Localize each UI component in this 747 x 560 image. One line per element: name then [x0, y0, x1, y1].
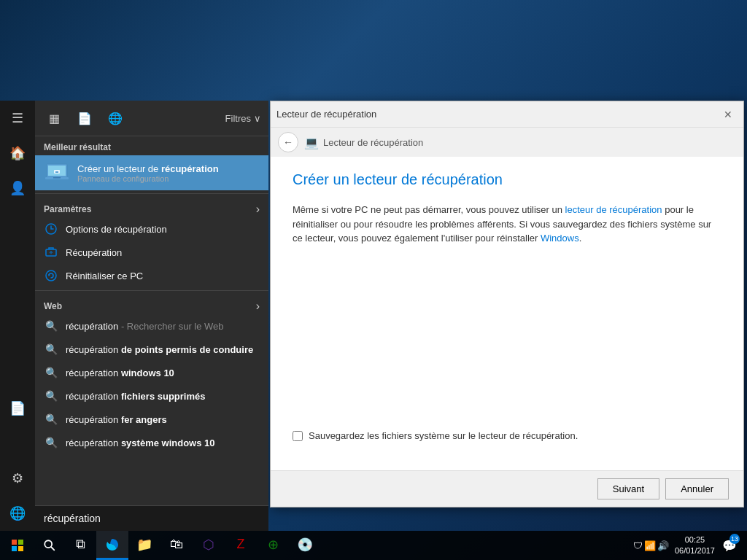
left-sidebar: ☰ 🏠 👤 📄 ⚙ 🌐 — [0, 101, 35, 531]
web-item-6-title: récupération système windows 10 — [66, 438, 260, 448]
parametres-section-header: Paramètres › — [35, 197, 268, 217]
dialog-footer: Suivant Annuler — [271, 470, 743, 507]
svg-point-8 — [46, 271, 56, 281]
web-item-2[interactable]: 🔍 récupération de points permis de condu… — [35, 338, 268, 361]
web-item-2-bold: de points permis de conduire — [121, 344, 253, 355]
taskbar-items: ⧉ 📁 🛍 ⬡ Z ⊕ 💿 — [64, 531, 633, 560]
reinitialiser-title: Réinitialiser ce PC — [66, 271, 260, 281]
search-input-bar — [35, 505, 268, 531]
recuperation-text: Récupération — [66, 247, 260, 258]
sidebar-home-icon[interactable]: 🏠 — [0, 136, 35, 171]
network-icon: 📶 — [644, 540, 656, 551]
checkbox-row: Sauvegardez les fichiers système sur le … — [293, 430, 721, 441]
web-item-5[interactable]: 🔍 récupération fer angers — [35, 408, 268, 431]
divider-1 — [35, 193, 268, 194]
svg-rect-12 — [18, 546, 23, 551]
search-panel: ▦ 📄 🌐 Filtres ∨ Meilleur résultat — [35, 101, 268, 531]
dialog-titlebar: Lecteur de récupération ✕ — [271, 101, 743, 128]
tray-icons: 🛡 📶 🔊 — [633, 540, 669, 551]
dialog-description: Même si votre PC ne peut pas démarrer, v… — [293, 203, 721, 246]
search-results: Meilleur résultat — [35, 136, 268, 505]
web-item-1[interactable]: 🔍 récupération - Rechercher sur le Web — [35, 314, 268, 338]
panel-doc-icon[interactable]: 📄 — [73, 106, 96, 130]
dialog-nav: ← 💻 Lecteur de récupération — [271, 128, 743, 157]
taskbar-xbox-icon[interactable]: ⊕ — [257, 531, 289, 560]
start-button[interactable] — [0, 531, 35, 560]
dialog-back-button[interactable]: ← — [278, 132, 298, 152]
search-panel-top: ▦ 📄 🌐 Filtres ∨ — [35, 101, 268, 136]
breadcrumb-text: Lecteur de récupération — [323, 137, 423, 148]
sidebar-doc-icon[interactable]: 📄 — [0, 391, 35, 426]
web-item-3-title: récupération windows 10 — [66, 368, 260, 378]
recuperation-title: Récupération — [66, 247, 260, 258]
web-item-5-title: récupération fer angers — [66, 414, 260, 425]
parametres-label: Paramètres — [44, 204, 91, 214]
best-result-label: Meilleur résultat — [35, 136, 268, 155]
web-item-3[interactable]: 🔍 récupération windows 10 — [35, 361, 268, 384]
options-recuperation-text: Options de récupération — [66, 224, 260, 235]
taskbar-vs-icon[interactable]: ⬡ — [193, 531, 225, 560]
web-label: Web — [44, 301, 62, 311]
save-system-files-checkbox[interactable] — [293, 431, 303, 441]
reinitialiser-item[interactable]: Réinitialiser ce PC — [35, 264, 268, 287]
options-recuperation-item[interactable]: Options de récupération — [35, 217, 268, 241]
web-search-icon-1: 🔍 — [44, 319, 58, 333]
dialog-content: Créer un lecteur de récupération Même si… — [271, 157, 743, 470]
annuler-button[interactable]: Annuler — [665, 478, 729, 499]
recuperation-icon — [44, 245, 58, 260]
parametres-arrow-icon: › — [256, 203, 260, 216]
dialog-title-text: Lecteur de récupération — [276, 109, 376, 120]
web-search-icon-5: 🔍 — [44, 412, 58, 427]
taskbar-store-icon[interactable]: 🛍 — [160, 531, 193, 560]
taskbar-other-icon[interactable]: 💿 — [289, 531, 321, 560]
panel-grid-icon[interactable]: ▦ — [42, 106, 66, 130]
web-item-6-text: récupération système windows 10 — [66, 438, 260, 448]
desktop: ☰ 🏠 👤 📄 ⚙ 🌐 ▦ 📄 🌐 Filtres ∨ Meilleur rés… — [0, 0, 747, 560]
web-item-4-text: récupération fichiers supprimés — [66, 391, 260, 402]
notification-center-button[interactable]: 💬 13 — [718, 531, 741, 560]
svg-rect-3 — [53, 177, 61, 179]
dialog-close-button[interactable]: ✕ — [719, 105, 738, 124]
taskbar-right: 🛡 📶 🔊 00:25 06/01/2017 💬 13 — [633, 531, 747, 560]
panel-globe-icon[interactable]: 🌐 — [104, 106, 127, 130]
taskbar-taskview-icon[interactable]: ⧉ — [64, 531, 96, 560]
filtres-button[interactable]: Filtres ∨ — [225, 113, 261, 124]
web-search-icon-4: 🔍 — [44, 389, 58, 403]
taskbar-explorer-icon[interactable]: 📁 — [128, 531, 160, 560]
web-search-icon-2: 🔍 — [44, 342, 58, 357]
web-item-4[interactable]: 🔍 récupération fichiers supprimés — [35, 384, 268, 408]
recuperation-item[interactable]: Récupération — [35, 241, 268, 264]
dialog-breadcrumb: 💻 Lecteur de récupération — [304, 136, 423, 149]
web-item-4-title: récupération fichiers supprimés — [66, 391, 260, 402]
svg-rect-5 — [55, 171, 58, 173]
web-item-6[interactable]: 🔍 récupération système windows 10 — [35, 431, 268, 454]
dialog-main-title: Créer un lecteur de récupération — [293, 171, 721, 188]
web-item-5-bold: fer angers — [121, 414, 167, 425]
dialog-window: Lecteur de récupération ✕ ← 💻 Lecteur de… — [270, 101, 744, 508]
best-result-item[interactable]: Créer un lecteur de récupération Panneau… — [35, 155, 268, 190]
taskbar-zeal-icon[interactable]: Z — [225, 531, 257, 560]
taskbar-clock[interactable]: 00:25 06/01/2017 — [675, 534, 715, 557]
sidebar-menu-icon[interactable]: ☰ — [0, 101, 35, 136]
sidebar-user-icon[interactable]: 👤 — [0, 171, 35, 206]
web-item-6-bold: système windows 10 — [121, 438, 215, 448]
dialog-titlebar-left: Lecteur de récupération — [276, 109, 376, 120]
web-item-1-text: récupération - Rechercher sur le Web — [66, 321, 260, 332]
web-search-icon-3: 🔍 — [44, 365, 58, 380]
web-item-1-title: récupération - Rechercher sur le Web — [66, 321, 260, 332]
taskbar-edge-icon[interactable] — [96, 531, 128, 560]
sidebar-settings-icon[interactable]: ⚙ — [0, 461, 35, 496]
svg-rect-11 — [12, 546, 17, 551]
taskbar-search-button[interactable] — [35, 531, 64, 560]
web-arrow-icon: › — [256, 300, 260, 313]
svg-rect-10 — [18, 540, 23, 545]
search-input[interactable] — [44, 513, 260, 524]
clock-time: 00:25 — [675, 534, 715, 545]
sidebar-earth-icon[interactable]: 🌐 — [0, 496, 35, 531]
taskbar: ⧉ 📁 🛍 ⬡ Z ⊕ 💿 🛡 📶 🔊 00:25 0 — [0, 531, 747, 560]
reinitialiser-text: Réinitialiser ce PC — [66, 271, 260, 281]
suivant-button[interactable]: Suivant — [597, 478, 659, 499]
web-item-3-text: récupération windows 10 — [66, 368, 260, 378]
best-result-icon — [44, 160, 70, 186]
web-item-2-title: récupération de points permis de conduir… — [66, 344, 260, 355]
